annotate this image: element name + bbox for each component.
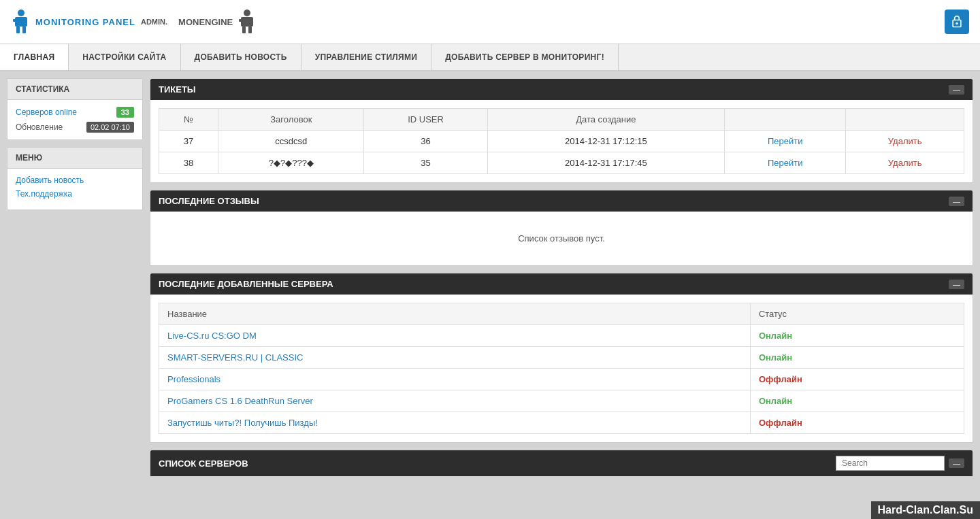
tickets-table-body: 37 ccsdcsd 36 2014-12-31 17:12:15 Перейт… [159,131,964,174]
lock-button[interactable] [945,10,969,34]
tickets-minimize[interactable]: — [949,85,964,95]
logo-monengine: MONENGINE [178,10,257,34]
tickets-panel: ТИКЕТЫ — № Заголовок ID USER Дата создан… [150,78,973,183]
logo-monitoring: MONITORING PANEL ADMIN. [11,10,167,34]
recent-servers-head: Название Статус [159,303,964,325]
server-name[interactable]: Live-CS.ru CS:GO DM [159,325,751,347]
sidebar: СТАТИСТИКА Серверов online 33 Обновление… [7,78,143,512]
stats-title: СТАТИСТИКА [7,79,142,100]
servers-online-value: 33 [116,107,134,118]
reviews-title: ПОСЛЕДНИЕ ОТЗЫВЫ [159,196,259,206]
svg-rect-7 [242,27,246,33]
server-name[interactable]: Запустишь читы?! Получишь Пизды! [159,412,751,434]
monengine-text: MONENGINE [178,17,233,27]
server-status: Оффлайн [750,369,964,390]
reviews-empty: Список отзывов пуст. [159,220,964,257]
ticket-date: 2014-12-31 17:12:15 [487,131,724,152]
lock-icon [950,15,964,29]
tickets-body: № Заголовок ID USER Дата создание 37 ccs… [150,100,973,182]
servers-online-label: Серверов online [16,107,77,117]
list-item: Запустишь читы?! Получишь Пизды! Оффлайн [159,412,964,434]
layout: СТАТИСТИКА Серверов online 33 Обновление… [0,71,980,519]
search-input[interactable] [836,456,945,471]
server-list-panel: СПИСОК СЕРВЕРОВ — [150,450,973,477]
ticket-subject: ccsdcsd [218,131,364,152]
svg-rect-6 [241,17,253,27]
servers-online-row: Серверов online 33 [16,107,134,118]
ticket-subject: ?◆?◆???◆ [218,152,364,174]
ticket-date: 2014-12-31 17:17:45 [487,152,724,174]
stats-content: Серверов online 33 Обновление 02.02 07:1… [7,100,142,139]
nav-item-styles[interactable]: УПРАВЛЕНИЕ СТИЛЯМИ [301,44,432,70]
svg-rect-0 [18,10,24,16]
watermark: Hard-Clan.Clan.Su [871,501,980,519]
server-status: Онлайн [750,390,964,412]
stats-block: СТАТИСТИКА Серверов online 33 Обновление… [7,78,143,140]
svg-rect-4 [13,19,17,22]
ticket-delete[interactable]: Удалить [846,131,964,152]
svg-rect-5 [244,10,250,16]
tickets-table-head: № Заголовок ID USER Дата создание [159,109,964,131]
server-status: Оффлайн [750,412,964,434]
ticket-delete[interactable]: Удалить [846,152,964,174]
col-user-id: ID USER [364,109,487,131]
table-row: 37 ccsdcsd 36 2014-12-31 17:12:15 Перейт… [159,131,964,152]
ticket-goto[interactable]: Перейти [725,131,846,152]
monengine-logo-icon [237,10,257,34]
menu-content: Добавить новость Тех.поддержка [7,169,142,210]
cs-logo-icon [11,10,31,34]
recent-servers-table: Название Статус Live-CS.ru CS:GO DM Онла… [159,303,964,434]
logo-area: MONITORING PANEL ADMIN. MONENGINE [11,10,257,34]
menu-block: МЕНЮ Добавить новость Тех.поддержка [7,147,143,210]
tickets-title: ТИКЕТЫ [159,84,196,95]
server-name[interactable]: ProGamers CS 1.6 DeathRun Server [159,390,751,412]
list-item: SMART-SERVERS.RU | CLASSIC Онлайн [159,347,964,369]
list-item: ProGamers CS 1.6 DeathRun Server Онлайн [159,390,964,412]
ticket-user-id: 36 [364,131,487,152]
nav-item-home[interactable]: ГЛАВНАЯ [0,44,69,70]
svg-rect-1 [15,17,27,27]
nav-item-add-news[interactable]: ДОБАВИТЬ НОВОСТЬ [181,44,301,70]
server-status: Онлайн [750,347,964,369]
col-action2 [846,109,964,131]
ticket-num: 38 [159,152,218,174]
recent-servers-header-row: Название Статус [159,303,964,325]
col-server-name: Название [159,303,751,325]
header: MONITORING PANEL ADMIN. MONENGINE [0,0,980,44]
col-date: Дата создание [487,109,724,131]
update-value: 02.02 07:10 [86,122,134,133]
update-row: Обновление 02.02 07:10 [16,122,134,133]
list-item: Professionals Оффлайн [159,369,964,390]
svg-rect-3 [22,27,26,33]
server-list-minimize[interactable]: — [949,458,964,468]
reviews-panel: ПОСЛЕДНИЕ ОТЗЫВЫ — Список отзывов пуст. [150,190,973,266]
navigation: ГЛАВНАЯ НАСТРОЙКИ САЙТА ДОБАВИТЬ НОВОСТЬ… [0,44,980,71]
recent-servers-table-body: Live-CS.ru CS:GO DM Онлайн SMART-SERVERS… [159,325,964,434]
ticket-goto[interactable]: Перейти [725,152,846,174]
logo-admin-text: ADMIN. [141,18,167,26]
menu-title: МЕНЮ [7,148,142,169]
menu-add-news[interactable]: Добавить новость [16,175,134,185]
logo-monitoring-text: MONITORING PANEL [35,17,135,27]
recent-servers-panel: ПОСЛЕДНИЕ ДОБАВЛЕННЫЕ СЕРВЕРА — Название… [150,273,973,443]
recent-servers-body: Название Статус Live-CS.ru CS:GO DM Онла… [150,295,973,442]
tickets-table: № Заголовок ID USER Дата создание 37 ccs… [159,108,964,174]
col-subject: Заголовок [218,109,364,131]
list-item: Live-CS.ru CS:GO DM Онлайн [159,325,964,347]
server-list-search-area: — [836,456,964,471]
update-label: Обновление [16,122,63,132]
server-name[interactable]: Professionals [159,369,751,390]
ticket-num: 37 [159,131,218,152]
server-status: Онлайн [750,325,964,347]
col-num: № [159,109,218,131]
tickets-header: ТИКЕТЫ — [150,79,973,100]
svg-rect-2 [16,27,20,33]
col-server-status: Статус [750,303,964,325]
tickets-table-header-row: № Заголовок ID USER Дата создание [159,109,964,131]
recent-servers-minimize[interactable]: — [949,280,964,289]
server-name[interactable]: SMART-SERVERS.RU | CLASSIC [159,347,751,369]
nav-item-settings[interactable]: НАСТРОЙКИ САЙТА [69,44,180,70]
nav-item-add-server[interactable]: ДОБАВИТЬ СЕРВЕР В МОНИТОРИНГ! [431,44,619,70]
reviews-minimize[interactable]: — [949,197,964,206]
menu-support[interactable]: Тех.поддержка [16,189,134,199]
